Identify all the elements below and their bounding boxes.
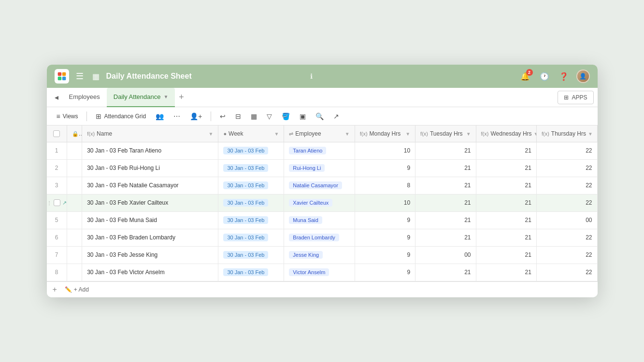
header-tuesday[interactable]: f(x) Tuesday Hrs ▼ bbox=[415, 125, 476, 142]
name-cell[interactable]: 30 Jan - 03 Feb Jesse King bbox=[82, 246, 218, 264]
name-cell[interactable]: 30 Jan - 03 Feb Taran Atieno bbox=[82, 142, 218, 159]
week-sort-icon[interactable]: ▼ bbox=[274, 131, 279, 137]
thursday-hrs-cell[interactable]: 22 bbox=[536, 194, 597, 211]
tab-employees[interactable]: Employees bbox=[62, 88, 107, 107]
thursday-sort-icon[interactable]: ▼ bbox=[588, 131, 593, 137]
week-cell[interactable]: 30 Jan - 03 Feb bbox=[218, 142, 284, 159]
monday-hrs-cell[interactable]: 9 bbox=[355, 211, 415, 229]
apps-button[interactable]: ⊞ APPS bbox=[558, 91, 593, 104]
wednesday-hrs-cell[interactable]: 21 bbox=[476, 177, 536, 194]
monday-hrs-cell[interactable]: 9 bbox=[355, 229, 415, 246]
monday-hrs-cell[interactable]: 10 bbox=[355, 194, 415, 211]
thursday-hrs-cell[interactable]: 22 bbox=[536, 246, 597, 264]
thursday-hrs-cell[interactable]: 22 bbox=[536, 229, 597, 246]
week-cell[interactable]: 30 Jan - 03 Feb bbox=[218, 194, 284, 211]
tuesday-hrs-cell[interactable]: 21 bbox=[415, 177, 476, 194]
fields-button[interactable]: ⊟ bbox=[231, 111, 245, 122]
views-button[interactable]: ≡ Views bbox=[53, 111, 82, 122]
wednesday-hrs-cell[interactable]: 21 bbox=[476, 159, 536, 177]
select-all-checkbox[interactable] bbox=[53, 130, 60, 137]
tuesday-hrs-cell[interactable]: 21 bbox=[415, 229, 476, 246]
employee-cell[interactable]: Muna Said bbox=[284, 211, 355, 229]
wednesday-hrs-cell[interactable]: 21 bbox=[476, 194, 536, 211]
users-button[interactable]: 👥 bbox=[152, 111, 168, 122]
employee-cell[interactable]: Braden Lombardy bbox=[284, 229, 355, 246]
header-monday[interactable]: f(x) Monday Hrs ▼ bbox=[355, 125, 415, 142]
avatar[interactable]: 👤 bbox=[576, 70, 590, 83]
name-cell[interactable]: 30 Jan - 03 Feb Xavier Cailteux bbox=[82, 194, 218, 211]
employee-sort-icon[interactable]: ▼ bbox=[345, 131, 350, 137]
week-cell[interactable]: 30 Jan - 03 Feb bbox=[218, 177, 284, 194]
row-height-button[interactable]: ▣ bbox=[296, 111, 310, 122]
add-tab-button[interactable]: + bbox=[175, 90, 188, 104]
wednesday-hrs-cell[interactable]: 21 bbox=[476, 264, 536, 281]
name-cell[interactable]: 30 Jan - 03 Feb Victor Anselm bbox=[82, 264, 218, 281]
wednesday-hrs-cell[interactable]: 21 bbox=[476, 211, 536, 229]
employee-cell[interactable]: Xavier Cailteux bbox=[284, 194, 355, 211]
employee-cell[interactable]: Rui-Hong Li bbox=[284, 159, 355, 177]
search-button[interactable]: 🔍 bbox=[312, 111, 328, 122]
add-row-plus[interactable]: + bbox=[53, 285, 57, 294]
expand-arrow-icon[interactable]: ↗ bbox=[62, 200, 67, 206]
monday-hrs-cell[interactable]: 9 bbox=[355, 159, 415, 177]
export-button[interactable]: ↗ bbox=[329, 111, 343, 122]
employee-cell[interactable]: Victor Anselm bbox=[284, 264, 355, 281]
wednesday-hrs-cell[interactable]: 21 bbox=[476, 246, 536, 264]
name-cell[interactable]: 30 Jan - 03 Feb Rui-Hong Li bbox=[82, 159, 218, 177]
share-button[interactable]: 👤+ bbox=[186, 111, 206, 122]
week-cell[interactable]: 30 Jan - 03 Feb bbox=[218, 159, 284, 177]
undo-button[interactable]: ↩ bbox=[216, 111, 229, 122]
row-expand-icon[interactable]: ⋮ bbox=[47, 200, 52, 206]
tuesday-hrs-cell[interactable]: 21 bbox=[415, 142, 476, 159]
name-cell[interactable]: 30 Jan - 03 Feb Muna Said bbox=[82, 211, 218, 229]
monday-hrs-cell[interactable]: 9 bbox=[355, 246, 415, 264]
header-wednesday[interactable]: f(x) Wednesday Hrs ▼ bbox=[476, 125, 536, 142]
monday-sort-icon[interactable]: ▼ bbox=[405, 131, 410, 137]
notification-button[interactable]: 🔔 2 bbox=[518, 70, 532, 83]
menu-icon[interactable]: ☰ bbox=[74, 69, 86, 84]
monday-hrs-cell[interactable]: 10 bbox=[355, 142, 415, 159]
tab-daily-attendance[interactable]: Daily Attendance ▼ bbox=[107, 88, 175, 107]
thursday-hrs-cell[interactable]: 22 bbox=[536, 159, 597, 177]
wednesday-hrs-cell[interactable]: 21 bbox=[476, 229, 536, 246]
group-button[interactable]: ▦ bbox=[247, 111, 261, 122]
employee-cell[interactable]: Taran Atieno bbox=[284, 142, 355, 159]
employee-cell[interactable]: Jesse King bbox=[284, 246, 355, 264]
info-icon[interactable]: ℹ bbox=[310, 72, 313, 80]
week-cell[interactable]: 30 Jan - 03 Feb bbox=[218, 264, 284, 281]
tuesday-hrs-cell[interactable]: 00 bbox=[415, 246, 476, 264]
header-week[interactable]: ● Week ▼ bbox=[218, 125, 284, 142]
week-cell[interactable]: 30 Jan - 03 Feb bbox=[218, 211, 284, 229]
tuesday-hrs-cell[interactable]: 21 bbox=[415, 211, 476, 229]
week-cell[interactable]: 30 Jan - 03 Feb bbox=[218, 229, 284, 246]
monday-hrs-cell[interactable]: 9 bbox=[355, 264, 415, 281]
tab-collapse-button[interactable]: ◂ bbox=[51, 91, 62, 104]
thursday-hrs-cell[interactable]: 22 bbox=[536, 177, 597, 194]
week-cell[interactable]: 30 Jan - 03 Feb bbox=[218, 246, 284, 264]
name-sort-icon[interactable]: ▼ bbox=[209, 131, 214, 137]
history-button[interactable]: 🕐 bbox=[538, 70, 551, 83]
filter-button[interactable]: ▽ bbox=[263, 111, 276, 122]
tuesday-hrs-cell[interactable]: 21 bbox=[415, 194, 476, 211]
employee-cell[interactable]: Natalie Casamayor bbox=[284, 177, 355, 194]
wednesday-hrs-cell[interactable]: 21 bbox=[476, 142, 536, 159]
wednesday-sort-icon[interactable]: ▼ bbox=[534, 131, 537, 137]
header-employee[interactable]: ⇌ Employee ▼ bbox=[284, 125, 355, 142]
header-thursday[interactable]: f(x) Thursday Hrs ▼ bbox=[536, 125, 597, 142]
monday-hrs-cell[interactable]: 8 bbox=[355, 177, 415, 194]
fill-button[interactable]: 🪣 bbox=[278, 111, 294, 122]
header-name[interactable]: f(x) Name ▼ bbox=[82, 125, 218, 142]
thursday-hrs-cell[interactable]: 22 bbox=[536, 142, 597, 159]
help-button[interactable]: ❓ bbox=[557, 70, 571, 83]
tuesday-sort-icon[interactable]: ▼ bbox=[466, 131, 471, 137]
tuesday-hrs-cell[interactable]: 21 bbox=[415, 159, 476, 177]
add-row-button[interactable]: ✏️ + Add bbox=[61, 285, 93, 294]
thursday-hrs-cell[interactable]: 00 bbox=[536, 211, 597, 229]
more-options-button[interactable]: ⋯ bbox=[170, 111, 184, 122]
grid-view-button[interactable]: ⊞ Attendance Grid bbox=[92, 111, 150, 122]
row-checkbox[interactable] bbox=[54, 199, 60, 206]
thursday-hrs-cell[interactable]: 22 bbox=[536, 264, 597, 281]
name-cell[interactable]: 30 Jan - 03 Feb Natalie Casamayor bbox=[82, 177, 218, 194]
tuesday-hrs-cell[interactable]: 21 bbox=[415, 264, 476, 281]
name-cell[interactable]: 30 Jan - 03 Feb Braden Lombardy bbox=[82, 229, 218, 246]
